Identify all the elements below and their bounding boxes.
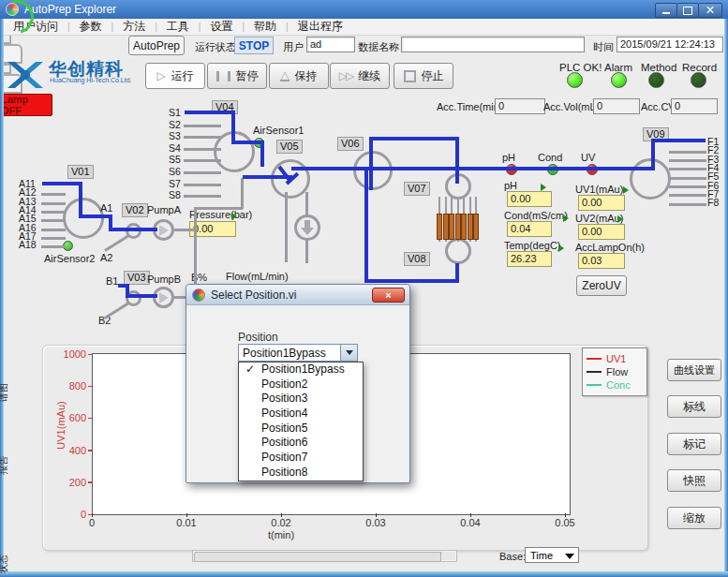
port-line-a	[41, 193, 66, 196]
side-button-1[interactable]: 曲线设置	[667, 359, 721, 381]
port-label-s2: S2	[169, 119, 181, 130]
waste-valve	[294, 215, 320, 241]
y-tick-mark	[88, 418, 92, 420]
readout-value-uv3: 0.03	[578, 253, 625, 269]
resume-button[interactable]: ▷▷继续	[330, 63, 390, 89]
acc-label-1: Acc.Time(min)	[437, 101, 502, 112]
flow-label: Flow(mL/min)	[226, 271, 289, 282]
left-tab-1[interactable]: 谱图	[0, 383, 10, 402]
autoprep-button[interactable]: AutoPrep	[128, 36, 185, 55]
readout-value-uv2: 0.00	[578, 224, 625, 240]
dropdown-option-1[interactable]: ✓Position1Bypass	[239, 362, 363, 377]
dropdown-option-4[interactable]: Position4	[239, 407, 363, 422]
position-combobox[interactable]: Position1Bypass	[238, 344, 358, 362]
side-button-3[interactable]: 标记	[667, 433, 721, 455]
port-label-s3: S3	[169, 130, 181, 141]
brand-logo-icon	[6, 58, 45, 92]
pipe-blue	[364, 279, 458, 283]
chart-scrollbar[interactable]	[192, 550, 457, 562]
dataname-input[interactable]	[401, 37, 585, 52]
x-tick-mark	[92, 513, 94, 517]
dialog-icon	[192, 288, 205, 302]
menu-bar: 用户访问|参数|方法|工具|设置|帮助|退出程序	[4, 19, 724, 36]
run-status-label: 运行状态	[195, 40, 236, 54]
close-icon: ×	[385, 290, 391, 301]
position-dropdown-list: ✓Position1BypassPosition2Position3Positi…	[238, 362, 364, 481]
update-arrow-icon	[563, 215, 569, 222]
run-button[interactable]: ▷运行	[145, 63, 205, 89]
down-arrow-icon	[305, 220, 310, 228]
menu-item-7[interactable]: 退出程序	[289, 19, 352, 35]
valve-v01[interactable]	[63, 198, 104, 239]
stop-button[interactable]: 停止	[394, 63, 453, 89]
minimize-button[interactable]	[655, 3, 677, 18]
valve-v09[interactable]	[630, 158, 671, 200]
legend-label: Conc	[606, 379, 631, 391]
scrollbar-arrow-button[interactable]	[440, 552, 455, 560]
valve-v06[interactable]	[353, 151, 393, 190]
maximize-button[interactable]	[676, 3, 699, 18]
close-button[interactable]: ×	[698, 3, 722, 18]
acc-value-1: 0	[495, 98, 545, 114]
port-line-a	[41, 229, 66, 231]
dropdown-option-6[interactable]: Position6	[239, 436, 363, 451]
readout-label-uv3: AccLampOn(h)	[575, 242, 645, 253]
y-tick-mark	[88, 481, 92, 483]
base-combobox[interactable]: Time	[525, 547, 579, 563]
port-line-f	[669, 159, 706, 162]
readout-value-uv1: 0.00	[578, 195, 625, 211]
led-4	[691, 72, 706, 88]
combobox-dropdown-button[interactable]	[340, 345, 357, 361]
readout-label-3: Temp(degC)	[504, 240, 561, 251]
lamp-off-button[interactable]: Lamp OFF	[0, 94, 52, 116]
window-titlebar[interactable]: AutoPrep Explorer	[0, 0, 728, 19]
port-line-f	[669, 151, 706, 154]
pipe-blue	[185, 111, 235, 114]
pause-button[interactable]: 暂停	[207, 63, 267, 89]
dropdown-option-2[interactable]: Position2	[239, 377, 363, 392]
x-tick-mark	[470, 513, 472, 517]
dropdown-option-8[interactable]: Position8	[239, 466, 363, 481]
menu-item-4[interactable]: 工具	[157, 19, 199, 35]
scrollbar-thumb[interactable]	[194, 552, 441, 562]
y-tick-mark	[88, 386, 92, 388]
side-button-4[interactable]: 快照	[667, 469, 721, 492]
play-icon: ▷	[156, 70, 165, 81]
chart-legend: UV1FlowConc	[582, 348, 647, 396]
brand-name-en: HuaChuang Hi-Tech.Co.Ltd.	[50, 77, 132, 83]
pipe-gray	[285, 192, 288, 262]
dropdown-option-7[interactable]: Position7	[239, 451, 363, 466]
dialog-close-button[interactable]: ×	[372, 288, 405, 303]
left-tab-2[interactable]: 报告	[0, 456, 10, 475]
a1-label: A1	[100, 202, 112, 214]
left-tab-3[interactable]: 状态	[0, 555, 10, 573]
side-button-2[interactable]: 标线	[667, 395, 721, 418]
pipe-gray	[305, 192, 308, 215]
port-line-s	[184, 125, 221, 127]
pipe-gray	[305, 240, 308, 263]
dropdown-option-label: Position3	[261, 392, 307, 405]
menu-item-5[interactable]: 设置	[201, 19, 242, 35]
x-tick-mark	[186, 513, 188, 517]
pipe-blue	[231, 141, 263, 144]
y-tick-mark	[88, 354, 92, 356]
dropdown-option-3[interactable]: Position3	[239, 392, 363, 407]
menu-item-2[interactable]: 参数	[70, 19, 111, 35]
position-combobox-value: Position1Bypass	[243, 347, 326, 360]
hold-button[interactable]: △保持	[269, 63, 329, 89]
hold-button-label: 保持	[295, 68, 318, 84]
port-line-f	[669, 168, 706, 170]
readout-label-uv1: UV1(mAu)	[575, 184, 623, 195]
pipe-a2	[104, 234, 129, 251]
minimize-icon	[662, 12, 670, 14]
zero-uv-button[interactable]: ZeroUV	[576, 275, 627, 296]
user-input[interactable]: ad	[306, 37, 355, 52]
menu-item-3[interactable]: 方法	[113, 19, 155, 35]
window-border-bottom	[0, 571, 728, 577]
y-tick-label: 1000	[56, 348, 86, 360]
menu-item-6[interactable]: 帮助	[245, 19, 286, 35]
column-bottom-manifold	[445, 238, 471, 264]
dropdown-option-5[interactable]: Position5	[239, 422, 363, 436]
side-button-5[interactable]: 缩放	[667, 507, 721, 529]
pipe-gray	[194, 207, 243, 210]
